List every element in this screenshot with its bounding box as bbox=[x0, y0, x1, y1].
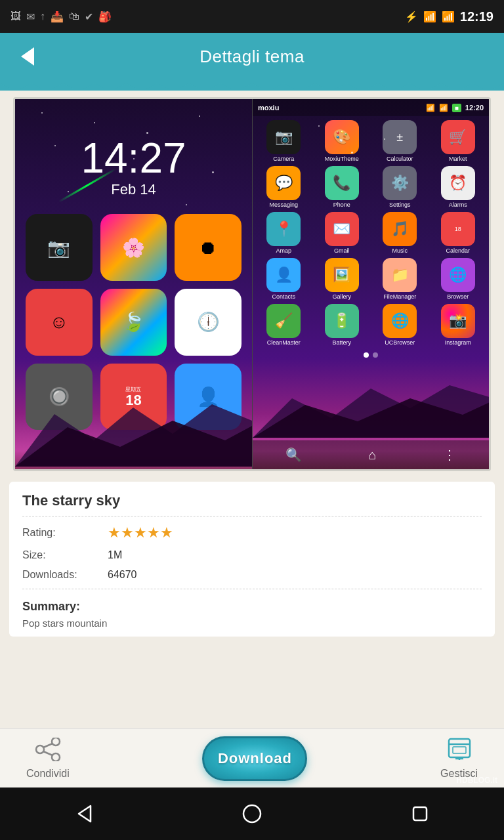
right-time: 12:20 bbox=[465, 104, 484, 112]
right-icon-moxiutheme: 🎨 MoxiuTheme bbox=[315, 120, 369, 162]
status-icons: 🖼 ✉ ↑ 📥 🛍 ✔ 🎒 bbox=[10, 10, 112, 23]
manage-icon bbox=[446, 738, 472, 764]
size-value: 1M bbox=[108, 549, 122, 561]
right-icon-phone: 📞 Phone bbox=[315, 166, 369, 208]
app-icon-moxiu: 🍃 bbox=[100, 289, 167, 356]
download-label: Download bbox=[218, 750, 292, 767]
check-icon: ✔ bbox=[85, 10, 93, 23]
right-bottom-nav: 🔍 ⌂ ⋮ bbox=[253, 440, 489, 469]
home-nav-button[interactable] bbox=[232, 794, 272, 833]
lockscreen-screenshot: 14:27 Feb 14 📷 🌸 ⏺ ☺ 🍃 bbox=[15, 99, 252, 469]
signal-icon: 📶 bbox=[442, 10, 455, 23]
downloads-row: Downloads: 64670 bbox=[22, 565, 482, 585]
right-icon-market: 🛒 Market bbox=[431, 120, 486, 162]
size-row: Size: 1M bbox=[22, 545, 482, 565]
svg-rect-16 bbox=[413, 807, 427, 820]
share-label: Condividi bbox=[26, 768, 70, 780]
search-nav-icon: 🔍 bbox=[285, 447, 302, 463]
svg-line-8 bbox=[43, 751, 52, 755]
divider-1 bbox=[22, 516, 482, 516]
manage-action[interactable]: Gestisci bbox=[440, 738, 478, 780]
page-title: Dettagli tema bbox=[42, 47, 462, 67]
image-icon: 🖼 bbox=[10, 10, 21, 22]
right-icon-calendar: 18 Calendar bbox=[431, 212, 486, 254]
right-status-icons: 📶 📶 ■ 12:20 bbox=[426, 104, 484, 112]
right-battery: ■ bbox=[452, 104, 461, 112]
right-icon-contacts: 👤 Contacts bbox=[257, 258, 311, 300]
recent-nav-icon bbox=[410, 803, 430, 824]
right-app-grid: 📷 Camera 🎨 MoxiuTheme ± Calculator 🛒 Mar… bbox=[253, 116, 489, 350]
right-icon-browser: 🌐 Browser bbox=[431, 258, 486, 300]
right-signal: 📶 bbox=[439, 104, 448, 112]
share-icon-container bbox=[35, 738, 61, 764]
recent-nav-button[interactable] bbox=[400, 794, 440, 833]
wifi-icon: 📶 bbox=[423, 10, 436, 23]
bottom-action-bar: Condividi Download Gestisci bbox=[0, 728, 504, 788]
right-icon-instagram: 📸 Instagram bbox=[431, 304, 486, 346]
inbox-icon: 📥 bbox=[51, 10, 64, 23]
right-icon-gallery: 🖼️ Gallery bbox=[315, 258, 369, 300]
back-button[interactable] bbox=[13, 42, 42, 71]
share-icon bbox=[35, 738, 61, 761]
mail-icon: ✉ bbox=[26, 10, 35, 23]
summary-title: Summary: bbox=[22, 600, 482, 614]
rating-stars: ★★★★★ bbox=[108, 524, 173, 541]
time-display: 12:19 bbox=[460, 9, 494, 24]
right-icon-camera: 📷 Camera bbox=[257, 120, 311, 162]
bag-icon: 🎒 bbox=[98, 10, 112, 23]
bluetooth-icon: ⚡ bbox=[405, 10, 418, 23]
app-icon-gallery: 🌸 bbox=[100, 214, 167, 281]
dots-indicator bbox=[253, 350, 489, 360]
app-icon-clock: 🕕 bbox=[175, 289, 242, 356]
right-app-name: moxiu bbox=[258, 104, 279, 112]
status-right: ⚡ 📶 📶 12:19 bbox=[405, 9, 494, 24]
back-nav-button[interactable] bbox=[64, 794, 104, 833]
homescreen-screenshot: moxiu 📶 📶 ■ 12:20 📷 Camera 🎨 MoxiuTheme … bbox=[252, 99, 489, 469]
dot-1 bbox=[364, 352, 369, 358]
back-arrow-icon bbox=[21, 47, 34, 66]
download-button[interactable]: Download bbox=[202, 736, 307, 781]
share-action[interactable]: Condividi bbox=[26, 738, 70, 780]
right-icon-gmail: ✉️ Gmail bbox=[315, 212, 369, 254]
right-icon-music: 🎵 Music bbox=[373, 212, 427, 254]
right-icon-amap: 📍 Amap bbox=[257, 212, 311, 254]
right-icon-settings: ⚙️ Settings bbox=[373, 166, 427, 208]
theme-title: The starry sky bbox=[22, 492, 482, 509]
divider-2 bbox=[22, 589, 482, 589]
home-nav-icon: ⌂ bbox=[368, 448, 376, 463]
lockscreen-time: 14:27 Feb 14 bbox=[15, 99, 252, 198]
top-bar: Dettagli tema bbox=[0, 33, 504, 80]
back-nav-icon bbox=[74, 803, 94, 824]
downloads-value: 64670 bbox=[108, 569, 137, 581]
details-panel: The starry sky Rating: ★★★★★ Size: 1M Do… bbox=[9, 482, 495, 637]
more-nav-icon: ⋮ bbox=[443, 447, 456, 463]
svg-line-7 bbox=[43, 744, 52, 747]
right-icon-messaging: 💬 Messaging bbox=[257, 166, 311, 208]
svg-rect-11 bbox=[453, 747, 466, 753]
watermark: HDBLOG.it bbox=[456, 776, 497, 785]
screenshots-container: 14:27 Feb 14 📷 🌸 ⏺ ☺ 🍃 bbox=[13, 97, 491, 471]
app-icon-market-left: ☺ bbox=[26, 289, 93, 356]
right-wifi: 📶 bbox=[426, 104, 435, 112]
mountains-left bbox=[15, 401, 252, 469]
rating-row: Rating: ★★★★★ bbox=[22, 520, 482, 545]
svg-point-15 bbox=[243, 805, 261, 822]
right-icon-battery: 🔋 Battery bbox=[315, 304, 369, 346]
right-icon-filemanager: 📁 FileManager bbox=[373, 258, 427, 300]
app-icon-camera: 📷 bbox=[26, 214, 93, 281]
mountains-right bbox=[253, 385, 489, 440]
summary-text: Pop stars mountain bbox=[22, 618, 482, 629]
home-nav-icon bbox=[242, 803, 262, 824]
downloads-label: Downloads: bbox=[22, 569, 108, 581]
status-bar: 🖼 ✉ ↑ 📥 🛍 ✔ 🎒 ⚡ 📶 📶 12:19 bbox=[0, 0, 504, 33]
svg-point-5 bbox=[52, 753, 60, 761]
size-label: Size: bbox=[22, 549, 108, 561]
rating-label: Rating: bbox=[22, 527, 108, 539]
svg-point-6 bbox=[36, 746, 44, 753]
right-status-bar: moxiu 📶 📶 ■ 12:20 bbox=[253, 99, 489, 116]
shop-icon: 🛍 bbox=[69, 10, 79, 22]
right-icon-ucbrowser: 🌐 UCBrowser bbox=[373, 304, 427, 346]
summary-section: Summary: Pop stars mountain bbox=[22, 593, 482, 629]
svg-marker-14 bbox=[79, 806, 91, 822]
svg-point-4 bbox=[52, 738, 60, 746]
